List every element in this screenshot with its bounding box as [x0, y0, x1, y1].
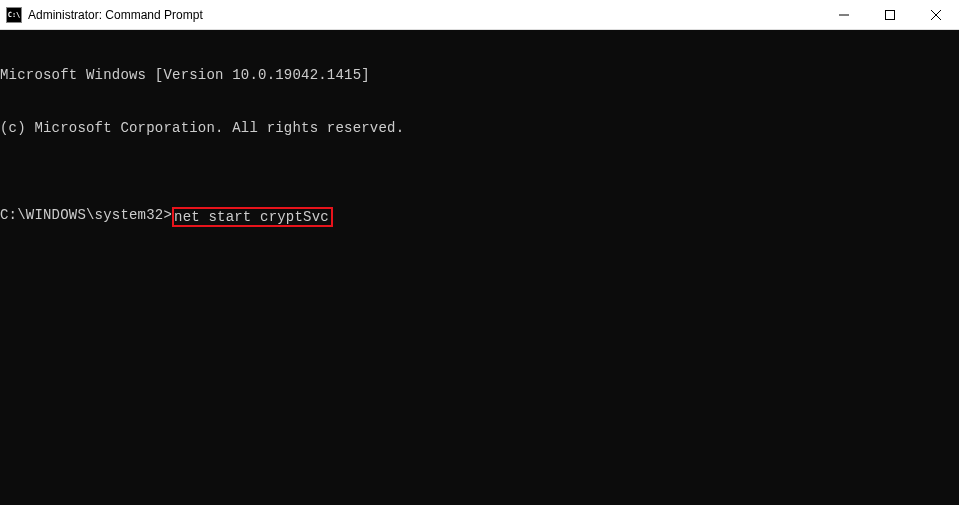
close-icon — [931, 10, 941, 20]
terminal-prompt: C:\WINDOWS\system32> — [0, 207, 172, 227]
terminal-area[interactable]: Microsoft Windows [Version 10.0.19042.14… — [0, 30, 959, 505]
minimize-icon — [839, 10, 849, 20]
minimize-button[interactable] — [821, 0, 867, 29]
window-title: Administrator: Command Prompt — [28, 8, 821, 22]
titlebar[interactable]: C:\ Administrator: Command Prompt — [0, 0, 959, 30]
terminal-prompt-line: C:\WINDOWS\system32>net start cryptSvc — [0, 207, 959, 227]
maximize-button[interactable] — [867, 0, 913, 29]
terminal-output-line: Microsoft Windows [Version 10.0.19042.14… — [0, 67, 959, 85]
window-controls — [821, 0, 959, 29]
terminal-output-line: (c) Microsoft Corporation. All rights re… — [0, 120, 959, 138]
terminal-command-highlighted: net start cryptSvc — [172, 207, 333, 227]
maximize-icon — [885, 10, 895, 20]
close-button[interactable] — [913, 0, 959, 29]
svg-rect-1 — [886, 10, 895, 19]
command-prompt-window: C:\ Administrator: Command Prompt Micros… — [0, 0, 959, 505]
cmd-icon: C:\ — [6, 7, 22, 23]
